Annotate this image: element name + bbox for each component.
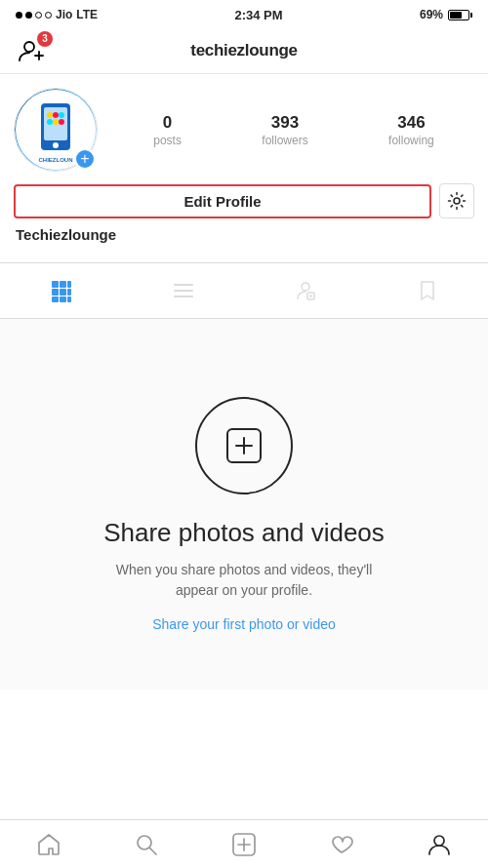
status-bar: Jio LTE 2:34 PM 69% bbox=[0, 0, 488, 27]
svg-point-9 bbox=[47, 119, 53, 125]
nav-heart-button[interactable] bbox=[293, 826, 390, 862]
svg-point-12 bbox=[53, 142, 59, 148]
svg-point-11 bbox=[59, 119, 64, 125]
followers-label: followers bbox=[262, 134, 307, 147]
list-icon bbox=[172, 279, 195, 302]
bookmark-icon bbox=[416, 279, 439, 302]
svg-rect-20 bbox=[67, 289, 71, 296]
svg-rect-16 bbox=[60, 281, 66, 288]
profile-username: Techiezlounge bbox=[14, 226, 474, 243]
nav-add-button[interactable] bbox=[195, 826, 293, 862]
notification-badge: 3 bbox=[37, 31, 53, 47]
battery-label: 69% bbox=[420, 8, 443, 21]
svg-rect-15 bbox=[52, 281, 59, 288]
svg-point-14 bbox=[454, 198, 460, 204]
empty-state-description: When you share photos and videos, they'l… bbox=[107, 560, 381, 601]
status-time: 2:34 PM bbox=[234, 8, 282, 22]
tab-grid[interactable] bbox=[0, 273, 122, 308]
posts-label: posts bbox=[153, 134, 182, 147]
gear-icon bbox=[447, 191, 467, 211]
profile-actions: Edit Profile bbox=[14, 183, 474, 218]
profile-top: CHIEZLOUN + 0 posts 393 followers 346 fo… bbox=[14, 88, 474, 172]
edit-profile-button[interactable]: Edit Profile bbox=[14, 184, 431, 218]
status-left: Jio LTE bbox=[16, 8, 98, 21]
grid-icon bbox=[50, 279, 73, 302]
svg-rect-21 bbox=[52, 296, 59, 302]
heart-icon bbox=[329, 832, 354, 857]
svg-rect-22 bbox=[60, 296, 66, 302]
network-type: LTE bbox=[76, 8, 98, 21]
add-user-button[interactable]: 3 bbox=[14, 33, 49, 68]
bottom-nav bbox=[0, 819, 488, 868]
page-title: techiezlounge bbox=[190, 41, 297, 60]
signal-dot-1 bbox=[16, 12, 22, 19]
top-nav: 3 techiezlounge bbox=[0, 27, 488, 74]
stat-following[interactable]: 346 following bbox=[388, 113, 434, 147]
empty-state-title: Share photos and videos bbox=[103, 518, 385, 548]
status-right: 69% bbox=[420, 8, 472, 21]
svg-point-7 bbox=[53, 112, 59, 118]
person-tag-icon bbox=[294, 279, 317, 302]
following-label: following bbox=[388, 134, 434, 147]
posts-count: 0 bbox=[163, 113, 172, 133]
nav-home-button[interactable] bbox=[0, 826, 98, 862]
svg-rect-18 bbox=[52, 289, 59, 296]
signal-dot-2 bbox=[25, 12, 32, 19]
add-square-icon bbox=[231, 832, 257, 857]
nav-profile-button[interactable] bbox=[390, 826, 488, 862]
signal-dot-3 bbox=[35, 12, 42, 19]
tab-tagged[interactable] bbox=[244, 273, 366, 308]
battery-icon bbox=[448, 10, 472, 20]
bottom-spacer bbox=[0, 690, 488, 748]
svg-point-39 bbox=[434, 836, 444, 846]
svg-point-8 bbox=[59, 112, 64, 118]
svg-point-0 bbox=[24, 42, 34, 52]
avatar-wrapper[interactable]: CHIEZLOUN + bbox=[14, 88, 98, 172]
svg-text:CHIEZLOUN: CHIEZLOUN bbox=[39, 157, 73, 163]
stat-followers[interactable]: 393 followers bbox=[262, 113, 307, 147]
tab-list[interactable] bbox=[122, 273, 244, 308]
following-count: 346 bbox=[397, 113, 425, 133]
plus-circle-icon bbox=[220, 421, 268, 470]
profile-section: CHIEZLOUN + 0 posts 393 followers 346 fo… bbox=[0, 74, 488, 253]
avatar-add-icon[interactable]: + bbox=[74, 148, 96, 170]
svg-rect-19 bbox=[60, 289, 66, 296]
carrier-label: Jio bbox=[56, 8, 72, 21]
empty-state: Share photos and videos When you share p… bbox=[0, 319, 488, 690]
svg-point-6 bbox=[47, 112, 53, 118]
profile-icon bbox=[427, 832, 452, 857]
svg-point-27 bbox=[302, 283, 309, 291]
nav-search-button[interactable] bbox=[98, 826, 195, 862]
search-icon bbox=[134, 832, 159, 857]
stat-posts[interactable]: 0 posts bbox=[153, 113, 182, 147]
home-icon bbox=[36, 832, 61, 857]
svg-point-10 bbox=[53, 119, 59, 125]
content-tabs bbox=[0, 263, 488, 319]
tab-saved[interactable] bbox=[366, 273, 488, 308]
signal-dots bbox=[16, 12, 52, 19]
stats-row: 0 posts 393 followers 346 following bbox=[113, 113, 474, 147]
share-first-photo-link[interactable]: Share your first photo or video bbox=[152, 616, 336, 632]
settings-button[interactable] bbox=[439, 183, 474, 218]
svg-line-35 bbox=[150, 848, 157, 854]
followers-count: 393 bbox=[271, 113, 299, 133]
svg-rect-23 bbox=[67, 296, 71, 302]
svg-rect-17 bbox=[67, 281, 71, 288]
empty-state-icon bbox=[195, 397, 293, 494]
signal-dot-4 bbox=[45, 12, 52, 19]
